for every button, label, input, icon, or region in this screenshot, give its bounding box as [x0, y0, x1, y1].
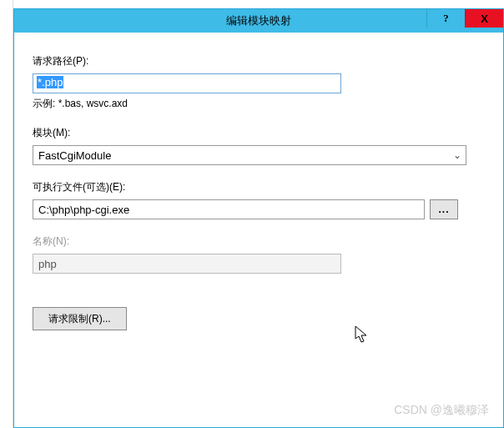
dialog-window: 编辑模块映射 ? X 请求路径(P): *.php 示例: *.bas, wsv… [13, 8, 504, 428]
chevron-down-icon: ⌄ [449, 149, 466, 161]
executable-row: ... [33, 199, 485, 219]
request-path-input[interactable]: *.php [33, 73, 341, 93]
name-label: 名称(N): [33, 234, 485, 249]
close-button[interactable]: X [465, 9, 503, 28]
executable-group: 可执行文件(可选)(E): ... [33, 180, 485, 219]
request-restrictions-button[interactable]: 请求限制(R)... [33, 307, 127, 330]
browse-button[interactable]: ... [430, 199, 458, 219]
module-select[interactable]: FastCgiModule ⌄ [33, 145, 466, 165]
titlebar-buttons: ? X [426, 9, 503, 28]
request-path-group: 请求路径(P): *.php 示例: *.bas, wsvc.axd [33, 54, 485, 111]
module-label: 模块(M): [33, 126, 485, 140]
name-input [33, 254, 341, 274]
request-path-hint: 示例: *.bas, wsvc.axd [33, 97, 485, 111]
request-path-label: 请求路径(P): [33, 54, 485, 68]
request-path-value: *.php [37, 76, 63, 88]
module-value: FastCgiModule [33, 149, 449, 162]
executable-input[interactable] [33, 199, 425, 219]
help-button[interactable]: ? [426, 9, 465, 28]
module-group: 模块(M): FastCgiModule ⌄ [33, 126, 485, 165]
background-panel-left [0, 0, 13, 428]
executable-label: 可执行文件(可选)(E): [33, 180, 485, 194]
watermark: CSDN @逸曦穆泽 [394, 403, 489, 418]
dialog-content: 请求路径(P): *.php 示例: *.bas, wsvc.axd 模块(M)… [14, 33, 503, 347]
name-group: 名称(N): [33, 234, 485, 274]
titlebar: 编辑模块映射 ? X [14, 9, 503, 33]
